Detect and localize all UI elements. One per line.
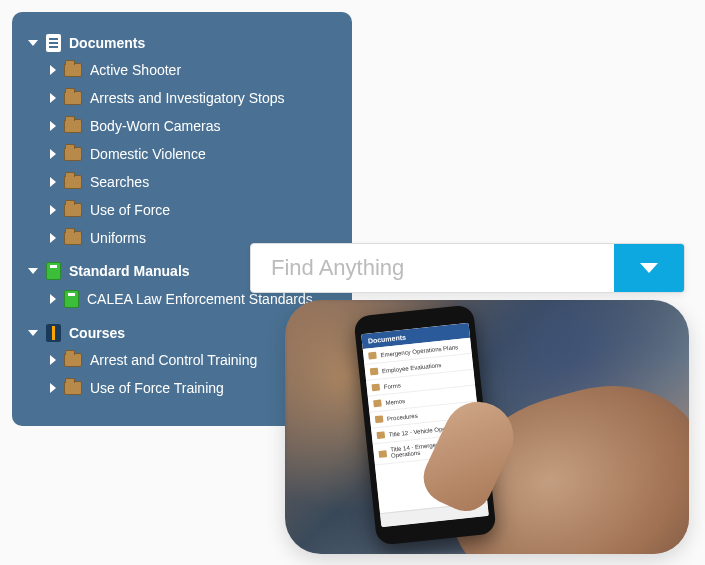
chevron-right-icon [50, 121, 56, 131]
chevron-right-icon [50, 93, 56, 103]
chevron-right-icon [50, 177, 56, 187]
folder-icon [64, 63, 82, 77]
folder-icon [376, 431, 385, 439]
manual-icon [46, 262, 61, 280]
search-bar [250, 243, 685, 293]
phone-preview-image: Documents Emergency Operations Plans Emp… [285, 300, 689, 554]
folder-icon [371, 384, 380, 392]
folder-icon [64, 147, 82, 161]
section-label: Courses [69, 325, 125, 341]
tree-item-label: CALEA Law Enforcement Standards [87, 291, 313, 307]
manual-icon [64, 290, 79, 308]
document-icon [46, 34, 61, 52]
chevron-right-icon [50, 205, 56, 215]
chevron-down-icon [28, 330, 38, 336]
folder-icon [370, 368, 379, 376]
tree-item-body-worn-cameras[interactable]: Body-Worn Cameras [48, 112, 338, 140]
chevron-right-icon [50, 233, 56, 243]
folder-icon [373, 399, 382, 407]
tree-item-label: Searches [90, 174, 149, 190]
chevron-right-icon [50, 294, 56, 304]
folder-icon [64, 175, 82, 189]
section-label: Standard Manuals [69, 263, 190, 279]
tree-item-label: Active Shooter [90, 62, 181, 78]
tree-item-label: Body-Worn Cameras [90, 118, 220, 134]
search-dropdown-button[interactable] [614, 244, 684, 292]
folder-icon [64, 91, 82, 105]
course-icon [46, 324, 61, 342]
section-label: Documents [69, 35, 145, 51]
chevron-right-icon [50, 65, 56, 75]
tree-item-searches[interactable]: Searches [48, 168, 338, 196]
tree-item-label: Use of Force [90, 202, 170, 218]
chevron-down-icon [28, 268, 38, 274]
tree-item-arrests[interactable]: Arrests and Investigatory Stops [48, 84, 338, 112]
folder-icon [368, 352, 377, 360]
chevron-down-icon [28, 40, 38, 46]
chevron-right-icon [50, 149, 56, 159]
search-input[interactable] [251, 244, 614, 292]
chevron-right-icon [50, 355, 56, 365]
chevron-down-icon [640, 263, 658, 273]
tree-item-label: Use of Force Training [90, 380, 224, 396]
tree-item-domestic-violence[interactable]: Domestic Violence [48, 140, 338, 168]
folder-icon [64, 353, 82, 367]
folder-icon [64, 231, 82, 245]
tree-item-label: Arrests and Investigatory Stops [90, 90, 285, 106]
tree-children: Active Shooter Arrests and Investigatory… [26, 56, 338, 252]
tree-item-label: Domestic Violence [90, 146, 206, 162]
tree-item-use-of-force[interactable]: Use of Force [48, 196, 338, 224]
tree-item-label: Uniforms [90, 230, 146, 246]
folder-icon [64, 203, 82, 217]
tree-item-active-shooter[interactable]: Active Shooter [48, 56, 338, 84]
folder-icon [64, 119, 82, 133]
tree-item-label: Arrest and Control Training [90, 352, 257, 368]
tree-header-documents[interactable]: Documents [26, 30, 338, 56]
folder-icon [378, 450, 387, 458]
folder-icon [375, 415, 384, 423]
chevron-right-icon [50, 383, 56, 393]
folder-icon [64, 381, 82, 395]
tree-section-documents: Documents Active Shooter Arrests and Inv… [26, 30, 338, 252]
